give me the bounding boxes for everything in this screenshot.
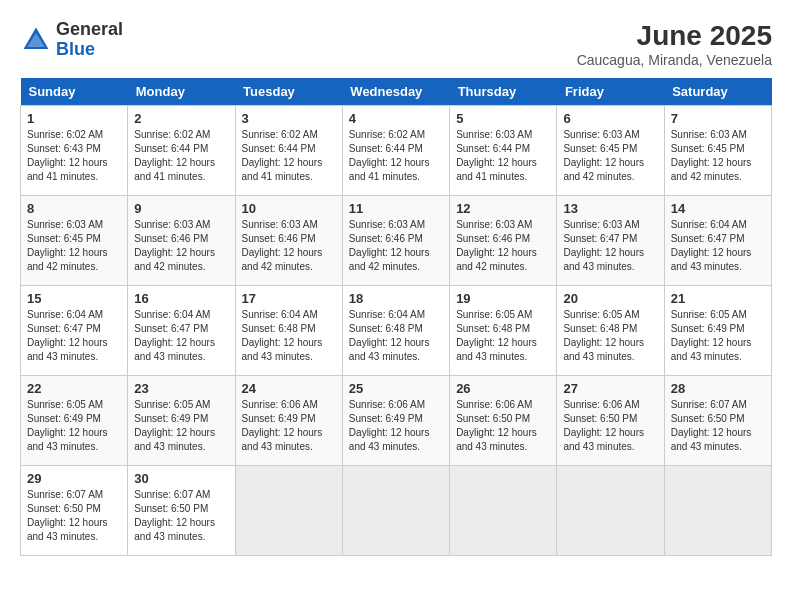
table-row: 4 Sunrise: 6:02 AM Sunset: 6:44 PM Dayli… — [342, 106, 449, 196]
table-row: 8 Sunrise: 6:03 AM Sunset: 6:45 PM Dayli… — [21, 196, 128, 286]
sunrise-label: Sunrise: 6:03 AM — [563, 219, 639, 230]
daylight-label: Daylight: 12 hours and 42 minutes. — [349, 247, 430, 272]
day-number: 8 — [27, 201, 121, 216]
col-tuesday: Tuesday — [235, 78, 342, 106]
col-thursday: Thursday — [450, 78, 557, 106]
day-info: Sunrise: 6:04 AM Sunset: 6:47 PM Dayligh… — [27, 308, 121, 364]
calendar-week-row: 1 Sunrise: 6:02 AM Sunset: 6:43 PM Dayli… — [21, 106, 772, 196]
table-row: 22 Sunrise: 6:05 AM Sunset: 6:49 PM Dayl… — [21, 376, 128, 466]
day-number: 4 — [349, 111, 443, 126]
sunrise-label: Sunrise: 6:03 AM — [27, 219, 103, 230]
table-row: 28 Sunrise: 6:07 AM Sunset: 6:50 PM Dayl… — [664, 376, 771, 466]
day-number: 2 — [134, 111, 228, 126]
sunset-label: Sunset: 6:44 PM — [456, 143, 530, 154]
day-info: Sunrise: 6:02 AM Sunset: 6:44 PM Dayligh… — [242, 128, 336, 184]
sunset-label: Sunset: 6:50 PM — [27, 503, 101, 514]
daylight-label: Daylight: 12 hours and 42 minutes. — [134, 247, 215, 272]
sunrise-label: Sunrise: 6:04 AM — [671, 219, 747, 230]
sunset-label: Sunset: 6:49 PM — [671, 323, 745, 334]
daylight-label: Daylight: 12 hours and 42 minutes. — [27, 247, 108, 272]
daylight-label: Daylight: 12 hours and 43 minutes. — [349, 337, 430, 362]
day-number: 7 — [671, 111, 765, 126]
day-info: Sunrise: 6:02 AM Sunset: 6:44 PM Dayligh… — [134, 128, 228, 184]
day-info: Sunrise: 6:03 AM Sunset: 6:46 PM Dayligh… — [134, 218, 228, 274]
day-info: Sunrise: 6:04 AM Sunset: 6:47 PM Dayligh… — [134, 308, 228, 364]
table-row: 11 Sunrise: 6:03 AM Sunset: 6:46 PM Dayl… — [342, 196, 449, 286]
daylight-label: Daylight: 12 hours and 41 minutes. — [349, 157, 430, 182]
daylight-label: Daylight: 12 hours and 42 minutes. — [456, 247, 537, 272]
day-info: Sunrise: 6:03 AM Sunset: 6:45 PM Dayligh… — [671, 128, 765, 184]
day-info: Sunrise: 6:03 AM Sunset: 6:47 PM Dayligh… — [563, 218, 657, 274]
col-wednesday: Wednesday — [342, 78, 449, 106]
day-info: Sunrise: 6:03 AM Sunset: 6:44 PM Dayligh… — [456, 128, 550, 184]
table-row: 25 Sunrise: 6:06 AM Sunset: 6:49 PM Dayl… — [342, 376, 449, 466]
table-row — [342, 466, 449, 556]
sunrise-label: Sunrise: 6:03 AM — [349, 219, 425, 230]
day-number: 15 — [27, 291, 121, 306]
sunset-label: Sunset: 6:47 PM — [27, 323, 101, 334]
sunset-label: Sunset: 6:48 PM — [349, 323, 423, 334]
sunrise-label: Sunrise: 6:07 AM — [671, 399, 747, 410]
calendar-week-row: 8 Sunrise: 6:03 AM Sunset: 6:45 PM Dayli… — [21, 196, 772, 286]
table-row: 20 Sunrise: 6:05 AM Sunset: 6:48 PM Dayl… — [557, 286, 664, 376]
table-row: 26 Sunrise: 6:06 AM Sunset: 6:50 PM Dayl… — [450, 376, 557, 466]
sunset-label: Sunset: 6:50 PM — [563, 413, 637, 424]
sunset-label: Sunset: 6:43 PM — [27, 143, 101, 154]
day-info: Sunrise: 6:07 AM Sunset: 6:50 PM Dayligh… — [27, 488, 121, 544]
table-row: 19 Sunrise: 6:05 AM Sunset: 6:48 PM Dayl… — [450, 286, 557, 376]
daylight-label: Daylight: 12 hours and 43 minutes. — [349, 427, 430, 452]
calendar-week-row: 29 Sunrise: 6:07 AM Sunset: 6:50 PM Dayl… — [21, 466, 772, 556]
table-row: 6 Sunrise: 6:03 AM Sunset: 6:45 PM Dayli… — [557, 106, 664, 196]
sunrise-label: Sunrise: 6:04 AM — [27, 309, 103, 320]
daylight-label: Daylight: 12 hours and 43 minutes. — [27, 337, 108, 362]
sunrise-label: Sunrise: 6:02 AM — [134, 129, 210, 140]
sunset-label: Sunset: 6:44 PM — [134, 143, 208, 154]
sunset-label: Sunset: 6:46 PM — [456, 233, 530, 244]
daylight-label: Daylight: 12 hours and 42 minutes. — [242, 247, 323, 272]
table-row: 23 Sunrise: 6:05 AM Sunset: 6:49 PM Dayl… — [128, 376, 235, 466]
day-info: Sunrise: 6:02 AM Sunset: 6:43 PM Dayligh… — [27, 128, 121, 184]
table-row — [664, 466, 771, 556]
day-info: Sunrise: 6:07 AM Sunset: 6:50 PM Dayligh… — [134, 488, 228, 544]
day-number: 24 — [242, 381, 336, 396]
sunset-label: Sunset: 6:46 PM — [242, 233, 316, 244]
sunrise-label: Sunrise: 6:02 AM — [242, 129, 318, 140]
table-row — [235, 466, 342, 556]
day-info: Sunrise: 6:02 AM Sunset: 6:44 PM Dayligh… — [349, 128, 443, 184]
day-info: Sunrise: 6:03 AM Sunset: 6:45 PM Dayligh… — [563, 128, 657, 184]
daylight-label: Daylight: 12 hours and 43 minutes. — [134, 427, 215, 452]
logo-icon — [20, 24, 52, 56]
day-info: Sunrise: 6:06 AM Sunset: 6:50 PM Dayligh… — [563, 398, 657, 454]
day-number: 13 — [563, 201, 657, 216]
day-info: Sunrise: 6:05 AM Sunset: 6:49 PM Dayligh… — [134, 398, 228, 454]
table-row: 30 Sunrise: 6:07 AM Sunset: 6:50 PM Dayl… — [128, 466, 235, 556]
daylight-label: Daylight: 12 hours and 43 minutes. — [456, 337, 537, 362]
sunrise-label: Sunrise: 6:03 AM — [456, 219, 532, 230]
table-row — [450, 466, 557, 556]
day-number: 12 — [456, 201, 550, 216]
table-row: 7 Sunrise: 6:03 AM Sunset: 6:45 PM Dayli… — [664, 106, 771, 196]
daylight-label: Daylight: 12 hours and 41 minutes. — [134, 157, 215, 182]
sunrise-label: Sunrise: 6:05 AM — [134, 399, 210, 410]
table-row: 2 Sunrise: 6:02 AM Sunset: 6:44 PM Dayli… — [128, 106, 235, 196]
sunset-label: Sunset: 6:45 PM — [27, 233, 101, 244]
sunset-label: Sunset: 6:50 PM — [456, 413, 530, 424]
table-row: 15 Sunrise: 6:04 AM Sunset: 6:47 PM Dayl… — [21, 286, 128, 376]
day-number: 14 — [671, 201, 765, 216]
sunrise-label: Sunrise: 6:06 AM — [456, 399, 532, 410]
daylight-label: Daylight: 12 hours and 43 minutes. — [671, 427, 752, 452]
day-number: 21 — [671, 291, 765, 306]
day-number: 9 — [134, 201, 228, 216]
daylight-label: Daylight: 12 hours and 43 minutes. — [242, 427, 323, 452]
sunrise-label: Sunrise: 6:05 AM — [456, 309, 532, 320]
daylight-label: Daylight: 12 hours and 43 minutes. — [242, 337, 323, 362]
sunset-label: Sunset: 6:50 PM — [671, 413, 745, 424]
table-row: 9 Sunrise: 6:03 AM Sunset: 6:46 PM Dayli… — [128, 196, 235, 286]
table-row: 21 Sunrise: 6:05 AM Sunset: 6:49 PM Dayl… — [664, 286, 771, 376]
col-monday: Monday — [128, 78, 235, 106]
table-row: 27 Sunrise: 6:06 AM Sunset: 6:50 PM Dayl… — [557, 376, 664, 466]
sunset-label: Sunset: 6:49 PM — [134, 413, 208, 424]
sunrise-label: Sunrise: 6:03 AM — [671, 129, 747, 140]
sunrise-label: Sunrise: 6:03 AM — [563, 129, 639, 140]
day-number: 25 — [349, 381, 443, 396]
